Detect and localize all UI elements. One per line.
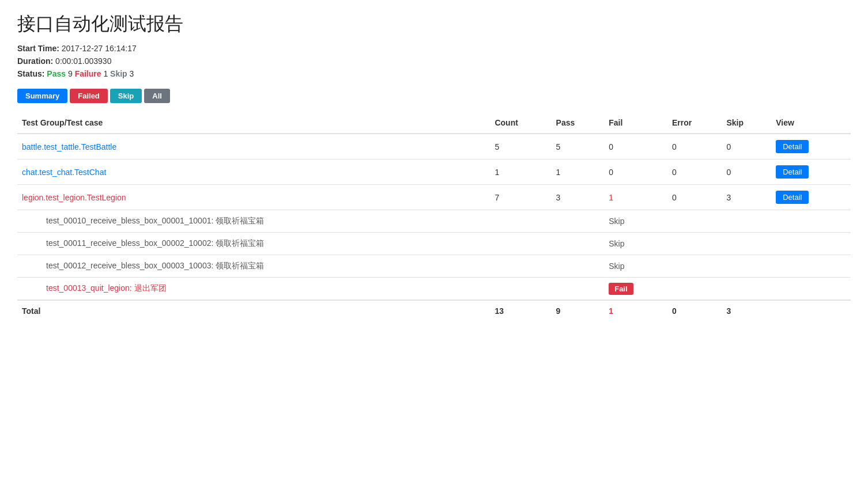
footer-count: 13 [490,300,551,321]
results-table: Test Group/Test case Count Pass Fail Err… [17,112,851,321]
pass-cell: 5 [552,134,605,160]
table-sub-row-fail: test_00013_quit_legion: 退出军团 Fail [x] 吧啦… [17,278,851,301]
table-sub-row: test_00012_receive_bless_box_00003_10003… [17,255,851,278]
col-header-view: View [771,112,851,134]
sub-test-name: test_00012_receive_bless_box_00003_10003… [17,255,490,278]
test-group-link[interactable]: legion.test_legion.TestLegion [22,193,126,202]
col-header-skip: Skip [722,112,772,134]
detail-button[interactable]: Detail [776,191,809,204]
table-footer-row: Total 13 9 1 0 3 [17,300,851,321]
sub-status-fail: Fail [604,278,667,301]
footer-error: 0 [667,300,722,321]
view-cell: Detail [771,160,851,185]
view-cell: Detail [771,134,851,160]
skip-cell: 3 [722,185,772,210]
sub-status: Skip [604,233,667,255]
count-cell: 5 [490,134,551,160]
table-row: legion.test_legion.TestLegion 7 3 1 0 3 … [17,185,851,210]
start-time-label: Start Time: [17,44,59,53]
duration-label: Duration: [17,56,53,66]
duration-value: 0:00:01.003930 [55,56,111,66]
status-skip: Skip [110,69,127,78]
error-cell: 0 [667,185,722,210]
skip-cell: 0 [722,160,772,185]
sub-status: Skip [604,255,667,278]
status-label: Status: [17,69,44,78]
table-row: battle.test_tattle.TestBattle 5 5 0 0 0 … [17,134,851,160]
detail-button[interactable]: Detail [776,140,809,153]
tab-bar: Summary Failed Skip All [17,89,851,103]
fail-test-link[interactable]: test_00013_quit_legion: 退出军团 [46,283,167,293]
col-header-fail: Fail [604,112,667,134]
col-header-count: Count [490,112,551,134]
sub-test-name: test_00013_quit_legion: 退出军团 [17,278,490,301]
tab-summary[interactable]: Summary [17,89,67,103]
count-cell: 7 [490,185,551,210]
sub-status: Skip [604,210,667,233]
error-cell: 0 [667,134,722,160]
footer-label: Total [17,300,490,321]
start-time-value: 2017-12-27 16:14:17 [62,44,137,53]
pass-cell: 3 [552,185,605,210]
error-cell: 0 [667,160,722,185]
footer-fail: 1 [604,300,667,321]
test-group-link[interactable]: chat.test_chat.TestChat [22,168,106,177]
status-pass: Pass [47,69,66,78]
status-line: Status: Pass 9 Failure 1 Skip 3 [17,69,851,78]
col-header-error: Error [667,112,722,134]
sub-test-name: test_00010_receive_bless_box_00001_10001… [17,210,490,233]
view-cell: Detail [771,185,851,210]
fail-cell: 1 [604,185,667,210]
table-row: chat.test_chat.TestChat 1 1 0 0 0 Detail [17,160,851,185]
tab-failed[interactable]: Failed [70,89,108,103]
test-group-name: chat.test_chat.TestChat [17,160,490,185]
start-time-line: Start Time: 2017-12-27 16:14:17 [17,44,851,53]
fail-badge: Fail [609,283,633,295]
test-group-link[interactable]: battle.test_tattle.TestBattle [22,142,116,151]
status-fail: Failure [75,69,101,78]
test-group-name: battle.test_tattle.TestBattle [17,134,490,160]
status-skip-count: 3 [130,69,134,78]
pass-cell: 1 [552,160,605,185]
page-title: 接口自动化测试报告 [17,12,851,37]
detail-button[interactable]: Detail [776,165,809,179]
sub-test-name: test_00011_receive_bless_box_00002_10002… [17,233,490,255]
status-fail-count: 1 [103,69,108,78]
table-header-row: Test Group/Test case Count Pass Fail Err… [17,112,851,134]
tab-skip[interactable]: Skip [110,89,142,103]
duration-line: Duration: 0:00:01.003930 [17,56,851,66]
col-header-pass: Pass [552,112,605,134]
status-pass-count: 9 [68,69,73,78]
skip-cell: 0 [722,134,772,160]
count-cell: 1 [490,160,551,185]
col-header-test-group: Test Group/Test case [17,112,490,134]
tab-all[interactable]: All [144,89,170,103]
table-sub-row: test_00010_receive_bless_box_00001_10001… [17,210,851,233]
table-sub-row: test_00011_receive_bless_box_00002_10002… [17,233,851,255]
footer-pass: 9 [552,300,605,321]
footer-skip: 3 [722,300,772,321]
fail-cell: 0 [604,160,667,185]
fail-cell: 0 [604,134,667,160]
test-group-name: legion.test_legion.TestLegion [17,185,490,210]
